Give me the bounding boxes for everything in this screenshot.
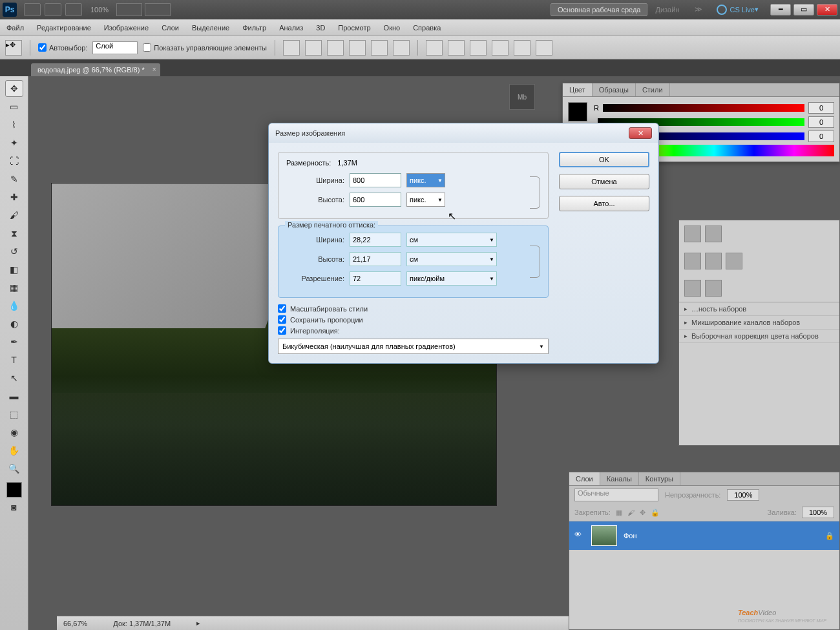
adj-icon-1[interactable] [684,226,701,242]
workspace-button[interactable]: Основная рабочая среда [551,3,648,16]
lock-paint-icon[interactable]: 🖌 [627,509,635,516]
history-brush-tool[interactable]: ↺ [5,243,23,260]
menu-filter[interactable]: Фильтр [242,24,266,32]
minibridge-collapsed[interactable]: Mb [509,84,535,110]
tab-channels[interactable]: Каналы [600,472,639,485]
show-controls-check[interactable]: Показать управляющие элементы [143,43,267,52]
adj-preset-3[interactable]: Выборочная коррекция цвета наборов [679,330,839,343]
lock-all-icon[interactable]: 🔒 [651,509,660,517]
marquee-tool[interactable]: ▭ [5,98,23,115]
interpolation-select[interactable]: Бикубическая (наилучшая для плавных град… [278,339,549,354]
close-tab-icon[interactable]: × [152,66,156,73]
auto-button[interactable]: Авто... [559,196,649,211]
scale-styles-check[interactable]: Масштабировать стили [278,304,549,313]
opacity-input[interactable] [727,489,759,501]
ok-button[interactable]: OK [559,152,649,167]
layer-row[interactable]: 👁 Фон 🔒 [569,521,839,550]
align-icon-4[interactable] [349,40,366,56]
gradient-tool[interactable]: ▦ [5,279,23,296]
align-icon-6[interactable] [393,40,410,56]
foreground-color[interactable] [6,482,22,498]
move-tool-icon[interactable]: ▸✥ [5,40,22,56]
pixel-width-unit[interactable]: пикс.▼ [406,173,445,187]
adj-preset-1[interactable]: …ность наборов [679,302,839,316]
adj-icon-3[interactable] [684,253,701,269]
g-value[interactable] [808,116,834,128]
color-swatch[interactable] [568,102,587,121]
blend-mode-select[interactable]: Обычные [574,488,658,501]
adj-icon-7[interactable] [705,280,722,297]
more-workspaces-icon[interactable]: ≫ [695,5,702,14]
dist-icon-2[interactable] [448,40,465,56]
stamp-tool[interactable]: ⧗ [5,225,23,242]
status-doc[interactable]: Док: 1,37M/1,37M [113,620,171,627]
adj-icon-5[interactable] [726,253,742,269]
document-tab[interactable]: водопад.jpeg @ 66,7% (RGB/8) *× [31,63,160,76]
print-width-input[interactable] [350,233,401,247]
pixel-height-unit[interactable]: пикс.▼ [406,193,445,207]
dialog-close-button[interactable]: ✕ [629,127,652,139]
autoselect-target[interactable]: Слой [92,41,138,54]
status-zoom[interactable]: 66,67% [63,620,87,627]
resample-check[interactable]: Интерполяция: [278,326,549,335]
align-icon-1[interactable] [283,40,300,56]
align-icon-5[interactable] [371,40,388,56]
zoom-display[interactable]: 100% [90,6,109,14]
hand-tool[interactable]: ✋ [5,442,23,459]
dist-icon-1[interactable] [426,40,443,56]
menu-help[interactable]: Справка [413,24,441,32]
status-arrow-icon[interactable]: ▸ [196,619,200,627]
eraser-tool[interactable]: ◧ [5,261,23,278]
print-height-unit[interactable]: см▼ [406,252,497,266]
screen-mode-icon[interactable] [145,3,171,16]
menu-window[interactable]: Окно [384,24,401,32]
menu-select[interactable]: Выделение [192,24,229,32]
lock-move-icon[interactable]: ✥ [640,509,646,517]
constrain-check[interactable]: Сохранить пропорции [278,315,549,324]
b-value[interactable] [808,131,834,142]
tab-layers[interactable]: Слои [569,472,600,485]
cancel-button[interactable]: Отмена [559,174,649,189]
type-tool[interactable]: T [5,352,23,368]
align-icon-3[interactable] [327,40,344,56]
blur-tool[interactable]: 💧 [5,297,23,314]
dist-icon-6[interactable] [536,40,552,56]
dist-icon-4[interactable] [492,40,509,56]
menu-view[interactable]: Просмотр [338,24,370,32]
tab-swatches[interactable]: Образцы [593,83,636,96]
adj-icon-6[interactable] [684,280,701,297]
3d-tool[interactable]: ⬚ [5,406,23,423]
quickmask-icon[interactable]: ◙ [5,499,23,516]
bridge-icon[interactable] [24,3,41,16]
menu-file[interactable]: Файл [6,24,24,32]
wand-tool[interactable]: ✦ [5,134,23,151]
menu-edit[interactable]: Редактирование [37,24,91,32]
eyedropper-tool[interactable]: ✎ [5,171,23,187]
align-icon-2[interactable] [305,40,322,56]
3d-camera-tool[interactable]: ◉ [5,424,23,441]
dialog-titlebar[interactable]: Размер изображения ✕ [269,123,658,143]
adj-icon-2[interactable] [705,226,722,242]
lock-trans-icon[interactable]: ▦ [616,509,622,517]
maximize-button[interactable]: ▭ [793,4,814,16]
menu-3d[interactable]: 3D [316,24,325,32]
minimize-button[interactable]: ━ [770,4,791,16]
move-tool[interactable]: ✥ [5,80,23,97]
autoselect-check[interactable]: Автовыбор: [38,43,87,52]
pen-tool[interactable]: ✒ [5,333,23,350]
view-extras-icon[interactable] [65,3,82,16]
fill-input[interactable] [802,507,834,518]
adj-preset-2[interactable]: Микширование каналов наборов [679,316,839,330]
pixel-height-input[interactable] [350,193,401,207]
dist-icon-5[interactable] [514,40,530,56]
crop-tool[interactable]: ⛶ [5,152,23,169]
mb-icon[interactable] [45,3,61,16]
brush-tool[interactable]: 🖌 [5,207,23,224]
r-value[interactable] [808,102,834,114]
close-button[interactable]: ✕ [817,4,837,16]
r-slider[interactable] [603,104,804,112]
resolution-unit[interactable]: пикс/дюйм▼ [406,271,497,286]
tab-paths[interactable]: Контуры [639,472,680,485]
tab-styles[interactable]: Стили [636,83,670,96]
arrange-icon[interactable] [116,3,142,16]
